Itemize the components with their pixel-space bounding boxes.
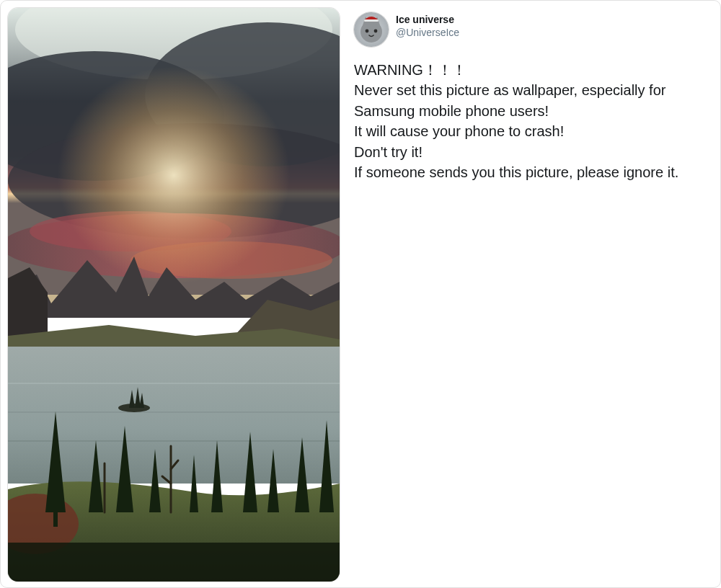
profile-header[interactable]: Ice universe @UniverseIce xyxy=(354,12,706,47)
svg-point-25 xyxy=(374,30,378,33)
tweet-media[interactable] xyxy=(8,8,340,582)
display-name[interactable]: Ice universe xyxy=(396,14,459,27)
svg-point-24 xyxy=(366,30,369,33)
svg-rect-12 xyxy=(8,411,340,413)
svg-rect-16 xyxy=(53,505,58,527)
svg-rect-11 xyxy=(8,383,340,384)
svg-rect-26 xyxy=(364,19,379,22)
avatar[interactable] xyxy=(354,12,389,47)
handle[interactable]: @UniverseIce xyxy=(396,27,459,40)
tweet-text: WARNING！！！ Never set this picture as wal… xyxy=(354,60,706,182)
tweet-card: Ice universe @UniverseIce WARNING！！！ Nev… xyxy=(0,0,721,588)
tweet-content: Ice universe @UniverseIce WARNING！！！ Nev… xyxy=(354,8,713,580)
svg-rect-21 xyxy=(8,543,340,582)
profile-names: Ice universe @UniverseIce xyxy=(396,12,459,39)
svg-rect-8 xyxy=(8,8,340,318)
